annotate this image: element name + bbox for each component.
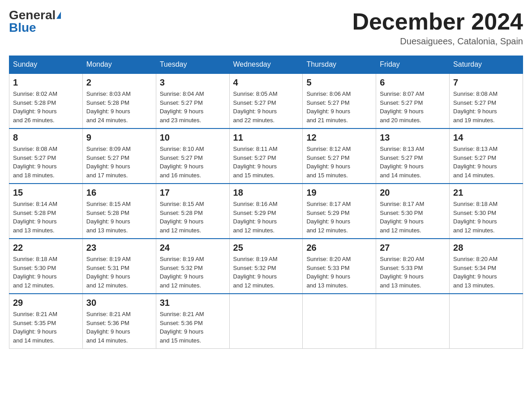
calendar-cell: 13 Sunrise: 8:13 AM Sunset: 5:27 PM Dayl…: [376, 128, 450, 184]
calendar-cell: 9 Sunrise: 8:09 AM Sunset: 5:27 PM Dayli…: [82, 128, 156, 184]
day-info: Sunrise: 8:19 AM Sunset: 5:31 PM Dayligh…: [86, 255, 152, 290]
location: Duesaiguees, Catalonia, Spain: [352, 36, 523, 47]
calendar-cell: 29 Sunrise: 8:21 AM Sunset: 5:35 PM Dayl…: [9, 294, 83, 349]
day-info: Sunrise: 8:10 AM Sunset: 5:27 PM Dayligh…: [160, 145, 226, 180]
calendar-cell: 24 Sunrise: 8:19 AM Sunset: 5:32 PM Dayl…: [156, 239, 229, 294]
logo-blue: Blue: [9, 21, 36, 34]
day-info: Sunrise: 8:15 AM Sunset: 5:28 PM Dayligh…: [86, 200, 152, 235]
calendar-cell: 23 Sunrise: 8:19 AM Sunset: 5:31 PM Dayl…: [82, 239, 156, 294]
day-number: 9: [86, 133, 152, 143]
day-number: 22: [13, 243, 79, 253]
header-tuesday: Tuesday: [156, 56, 229, 74]
header-sunday: Sunday: [9, 56, 83, 74]
calendar-cell: 30 Sunrise: 8:21 AM Sunset: 5:36 PM Dayl…: [82, 294, 156, 349]
day-info: Sunrise: 8:04 AM Sunset: 5:27 PM Dayligh…: [160, 90, 226, 124]
calendar-cell: 1 Sunrise: 8:02 AM Sunset: 5:28 PM Dayli…: [9, 73, 83, 128]
logo-general: General: [9, 9, 56, 21]
day-info: Sunrise: 8:16 AM Sunset: 5:29 PM Dayligh…: [233, 200, 299, 235]
calendar-cell: 26 Sunrise: 8:20 AM Sunset: 5:33 PM Dayl…: [303, 239, 376, 294]
calendar-cell: 3 Sunrise: 8:04 AM Sunset: 5:27 PM Dayli…: [156, 73, 229, 128]
calendar-header-row: SundayMondayTuesdayWednesdayThursdayFrid…: [9, 56, 523, 74]
calendar-cell: 19 Sunrise: 8:17 AM Sunset: 5:29 PM Dayl…: [303, 184, 376, 239]
calendar-cell: 14 Sunrise: 8:13 AM Sunset: 5:27 PM Dayl…: [450, 128, 523, 184]
day-info: Sunrise: 8:17 AM Sunset: 5:29 PM Dayligh…: [306, 200, 372, 235]
day-info: Sunrise: 8:21 AM Sunset: 5:36 PM Dayligh…: [160, 310, 226, 345]
month-title: December 2024: [352, 9, 523, 34]
day-info: Sunrise: 8:08 AM Sunset: 5:27 PM Dayligh…: [13, 145, 79, 180]
calendar-cell: 8 Sunrise: 8:08 AM Sunset: 5:27 PM Dayli…: [9, 128, 83, 184]
day-number: 24: [160, 243, 226, 253]
day-info: Sunrise: 8:20 AM Sunset: 5:33 PM Dayligh…: [306, 255, 372, 290]
calendar-cell: 21 Sunrise: 8:18 AM Sunset: 5:30 PM Dayl…: [450, 184, 523, 239]
day-info: Sunrise: 8:15 AM Sunset: 5:28 PM Dayligh…: [160, 200, 226, 235]
header-saturday: Saturday: [450, 56, 523, 74]
day-number: 14: [453, 133, 519, 143]
day-info: Sunrise: 8:19 AM Sunset: 5:32 PM Dayligh…: [160, 255, 226, 290]
day-number: 29: [13, 298, 79, 308]
day-info: Sunrise: 8:08 AM Sunset: 5:27 PM Dayligh…: [453, 90, 519, 124]
calendar-week-row: 22 Sunrise: 8:18 AM Sunset: 5:30 PM Dayl…: [9, 239, 523, 294]
calendar-cell: 7 Sunrise: 8:08 AM Sunset: 5:27 PM Dayli…: [450, 73, 523, 128]
day-info: Sunrise: 8:20 AM Sunset: 5:34 PM Dayligh…: [453, 255, 519, 290]
day-number: 23: [86, 243, 152, 253]
calendar-cell: 15 Sunrise: 8:14 AM Sunset: 5:28 PM Dayl…: [9, 184, 83, 239]
day-number: 10: [160, 133, 226, 143]
day-info: Sunrise: 8:02 AM Sunset: 5:28 PM Dayligh…: [13, 90, 79, 124]
day-number: 12: [306, 133, 372, 143]
header-thursday: Thursday: [303, 56, 376, 74]
calendar-cell: 25 Sunrise: 8:19 AM Sunset: 5:32 PM Dayl…: [229, 239, 303, 294]
day-number: 1: [13, 77, 79, 88]
day-number: 13: [380, 133, 446, 143]
day-info: Sunrise: 8:07 AM Sunset: 5:27 PM Dayligh…: [380, 90, 446, 124]
day-info: Sunrise: 8:14 AM Sunset: 5:28 PM Dayligh…: [13, 200, 79, 235]
day-number: 5: [306, 77, 372, 88]
header-wednesday: Wednesday: [229, 56, 303, 74]
calendar-cell: [303, 294, 376, 349]
calendar-week-row: 1 Sunrise: 8:02 AM Sunset: 5:28 PM Dayli…: [9, 73, 523, 128]
header-monday: Monday: [82, 56, 156, 74]
calendar-cell: 4 Sunrise: 8:05 AM Sunset: 5:27 PM Dayli…: [229, 73, 303, 128]
day-number: 25: [233, 243, 299, 253]
calendar-cell: [376, 294, 450, 349]
calendar-cell: 6 Sunrise: 8:07 AM Sunset: 5:27 PM Dayli…: [376, 73, 450, 128]
calendar-cell: 22 Sunrise: 8:18 AM Sunset: 5:30 PM Dayl…: [9, 239, 83, 294]
day-info: Sunrise: 8:18 AM Sunset: 5:30 PM Dayligh…: [13, 255, 79, 290]
day-number: 6: [380, 77, 446, 88]
page-header: General Blue December 2024 Duesaiguees, …: [9, 9, 523, 47]
day-number: 8: [13, 133, 79, 143]
day-number: 19: [306, 188, 372, 198]
day-number: 2: [86, 77, 152, 88]
day-info: Sunrise: 8:21 AM Sunset: 5:35 PM Dayligh…: [13, 310, 79, 345]
calendar-week-row: 29 Sunrise: 8:21 AM Sunset: 5:35 PM Dayl…: [9, 294, 523, 349]
day-info: Sunrise: 8:13 AM Sunset: 5:27 PM Dayligh…: [453, 145, 519, 180]
calendar-cell: [229, 294, 303, 349]
calendar-cell: 27 Sunrise: 8:20 AM Sunset: 5:33 PM Dayl…: [376, 239, 450, 294]
day-info: Sunrise: 8:19 AM Sunset: 5:32 PM Dayligh…: [233, 255, 299, 290]
day-info: Sunrise: 8:18 AM Sunset: 5:30 PM Dayligh…: [453, 200, 519, 235]
calendar-week-row: 8 Sunrise: 8:08 AM Sunset: 5:27 PM Dayli…: [9, 128, 523, 184]
day-info: Sunrise: 8:11 AM Sunset: 5:27 PM Dayligh…: [233, 145, 299, 180]
day-info: Sunrise: 8:17 AM Sunset: 5:30 PM Dayligh…: [380, 200, 446, 235]
header-friday: Friday: [376, 56, 450, 74]
day-number: 31: [160, 298, 226, 308]
calendar-cell: 12 Sunrise: 8:12 AM Sunset: 5:27 PM Dayl…: [303, 128, 376, 184]
day-number: 7: [453, 77, 519, 88]
day-number: 17: [160, 188, 226, 198]
day-number: 26: [306, 243, 372, 253]
calendar-cell: 11 Sunrise: 8:11 AM Sunset: 5:27 PM Dayl…: [229, 128, 303, 184]
calendar-week-row: 15 Sunrise: 8:14 AM Sunset: 5:28 PM Dayl…: [9, 184, 523, 239]
calendar-cell: 16 Sunrise: 8:15 AM Sunset: 5:28 PM Dayl…: [82, 184, 156, 239]
day-number: 27: [380, 243, 446, 253]
day-number: 16: [86, 188, 152, 198]
calendar-cell: 20 Sunrise: 8:17 AM Sunset: 5:30 PM Dayl…: [376, 184, 450, 239]
day-number: 30: [86, 298, 152, 308]
calendar-cell: 17 Sunrise: 8:15 AM Sunset: 5:28 PM Dayl…: [156, 184, 229, 239]
day-info: Sunrise: 8:09 AM Sunset: 5:27 PM Dayligh…: [86, 145, 152, 180]
calendar-cell: 5 Sunrise: 8:06 AM Sunset: 5:27 PM Dayli…: [303, 73, 376, 128]
day-number: 28: [453, 243, 519, 253]
day-info: Sunrise: 8:05 AM Sunset: 5:27 PM Dayligh…: [233, 90, 299, 124]
day-number: 15: [13, 188, 79, 198]
day-info: Sunrise: 8:20 AM Sunset: 5:33 PM Dayligh…: [380, 255, 446, 290]
calendar-cell: 28 Sunrise: 8:20 AM Sunset: 5:34 PM Dayl…: [450, 239, 523, 294]
calendar-cell: 2 Sunrise: 8:03 AM Sunset: 5:28 PM Dayli…: [82, 73, 156, 128]
